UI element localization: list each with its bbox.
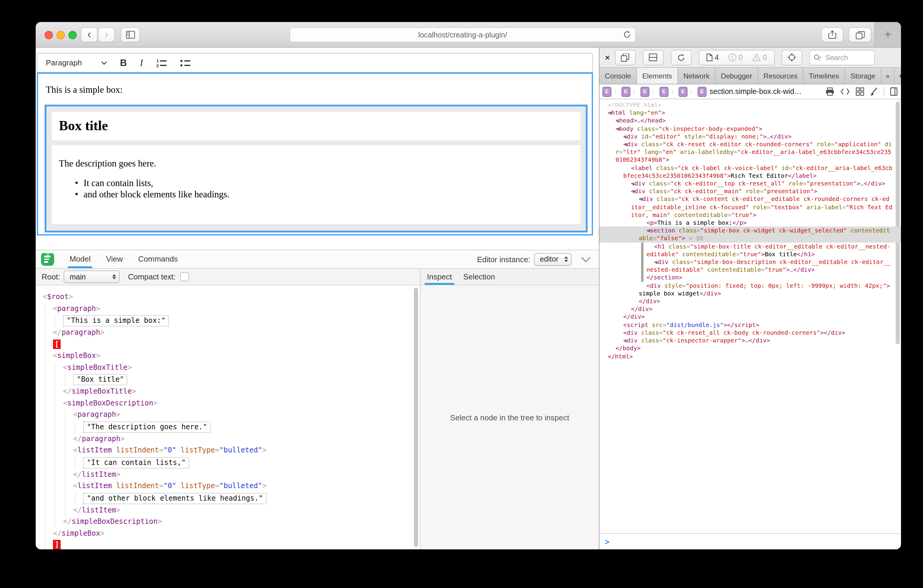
- disclosure-triangle-icon[interactable]: ▼: [609, 125, 620, 133]
- tab-view[interactable]: View: [106, 250, 123, 268]
- model-node-open[interactable]: <paragraph>: [73, 409, 420, 420]
- model-node-close[interactable]: </listItem>: [73, 504, 420, 516]
- printer-icon[interactable]: [826, 87, 834, 96]
- dom-tree-node[interactable]: </div>: [599, 313, 901, 321]
- italic-button[interactable]: I: [140, 57, 143, 68]
- breadcrumb-element-icon[interactable]: E: [621, 87, 631, 97]
- model-text-node[interactable]: "and other block elements like headings.…: [83, 492, 420, 504]
- search-input[interactable]: [824, 53, 863, 62]
- model-node-open[interactable]: <$root>: [43, 291, 420, 303]
- dom-tree-node[interactable]: ▼<section class="simple-box ck-widget ck…: [599, 227, 901, 243]
- model-tree-scrollbar[interactable]: [414, 288, 418, 547]
- back-button[interactable]: ‹: [81, 27, 97, 42]
- model-node-open[interactable]: <simpleBoxTitle>: [63, 362, 420, 373]
- breadcrumb-element-icon[interactable]: E: [660, 87, 668, 97]
- disclosure-triangle-icon[interactable]: ▼: [602, 109, 612, 117]
- model-node-close[interactable]: </listItem>: [73, 469, 420, 480]
- add-panel-button[interactable]: +: [895, 68, 901, 84]
- dom-tree-node[interactable]: <p>This is a simple box:</p>: [599, 219, 901, 227]
- dom-tree-node[interactable]: </div>: [599, 305, 901, 313]
- search-field[interactable]: [809, 50, 875, 65]
- split-console-button[interactable]: [643, 50, 664, 65]
- dom-tree-node[interactable]: <h1 class="simple-box-title ck-editor__e…: [599, 242, 901, 258]
- disclosure-triangle-icon[interactable]: ▼: [641, 227, 651, 235]
- dom-tree-node[interactable]: <div style="position: fixed; top: 0px; l…: [599, 281, 901, 297]
- tab-console[interactable]: Console: [599, 68, 637, 84]
- tab-selection[interactable]: Selection: [463, 269, 495, 285]
- box-title-area[interactable]: Box title: [52, 112, 580, 140]
- breadcrumb-element-icon[interactable]: E: [641, 87, 649, 97]
- close-icon[interactable]: ×: [605, 52, 610, 62]
- zoom-window-button[interactable]: [68, 31, 77, 39]
- model-text-node[interactable]: "This is a simple box:": [63, 315, 420, 327]
- sidebar-right-icon[interactable]: [890, 87, 897, 96]
- list-item[interactable]: and other block elements like headings.: [75, 189, 573, 200]
- dom-tree-node[interactable]: ▶<head>…</head>: [599, 117, 901, 125]
- disclosure-triangle-icon[interactable]: ▶: [648, 259, 659, 266]
- resource-status-group[interactable]: 4 0 0: [699, 50, 775, 65]
- tab-commands[interactable]: Commands: [138, 250, 178, 268]
- breadcrumb-element-icon[interactable]: E: [698, 87, 706, 97]
- dom-tree-node[interactable]: ▼<body class="ck-inspector-body-expanded…: [599, 125, 901, 132]
- model-text-node[interactable]: "It can contain lists,": [83, 456, 420, 469]
- disclosure-triangle-icon[interactable]: ▶: [625, 180, 636, 188]
- model-node-close[interactable]: </simpleBoxTitle>: [63, 386, 420, 397]
- breadcrumb-element-icon[interactable]: E: [678, 87, 688, 97]
- tab-timelines[interactable]: Timelines: [803, 68, 845, 84]
- breadcrumb-selected[interactable]: section.simple-box.ck-wid…: [709, 87, 801, 96]
- bold-button[interactable]: B: [120, 57, 126, 68]
- model-node-open[interactable]: <simpleBox>: [53, 350, 420, 362]
- forward-button[interactable]: ›: [98, 27, 115, 42]
- dom-tree-node[interactable]: <!DOCTYPE html>: [599, 101, 901, 109]
- reload-page-button[interactable]: [671, 50, 691, 65]
- grid-icon[interactable]: [856, 87, 864, 96]
- tab-elements[interactable]: Elements: [637, 68, 678, 84]
- compact-text-checkbox[interactable]: [181, 272, 189, 281]
- box-title[interactable]: Box title: [59, 118, 108, 134]
- heading-chevron-icon[interactable]: [101, 61, 107, 64]
- disclosure-triangle-icon[interactable]: ▶: [609, 117, 620, 125]
- intro-paragraph[interactable]: This is a simple box:: [46, 84, 585, 95]
- new-tab-button[interactable]: +: [874, 22, 901, 47]
- collapse-chevron-icon[interactable]: [581, 256, 591, 262]
- box-description-text[interactable]: The description goes here.: [59, 158, 573, 169]
- reload-icon[interactable]: [623, 30, 631, 39]
- dom-tree-node[interactable]: </html>: [599, 352, 901, 360]
- model-node-close[interactable]: </simpleBoxDescription>: [63, 516, 420, 528]
- model-node-open[interactable]: <listItem listIndent="0" listType="bulle…: [73, 480, 420, 492]
- tab-resources[interactable]: Resources: [758, 68, 804, 84]
- model-node-close[interactable]: </simpleBox>: [53, 528, 420, 539]
- box-description-area[interactable]: The description goes here. It can contai…: [52, 145, 580, 224]
- dom-tree-node[interactable]: ▶<div class="simple-box-description ck-e…: [599, 258, 901, 274]
- model-text-node[interactable]: "The description goes here.": [83, 420, 420, 433]
- copy-button[interactable]: [615, 50, 636, 65]
- tab-overview-button[interactable]: [849, 27, 871, 42]
- share-button[interactable]: [821, 27, 843, 42]
- disclosure-triangle-icon[interactable]: ▼: [618, 141, 628, 149]
- element-picker-button[interactable]: [781, 50, 802, 65]
- disclosure-triangle-icon[interactable]: ▼: [633, 196, 643, 204]
- model-node-open[interactable]: <simpleBoxDescription>: [63, 397, 420, 409]
- breadcrumb-element-icon[interactable]: E: [603, 87, 611, 97]
- dom-tree-node[interactable]: <div class="ck ck-reset_all ck-body ck-r…: [599, 329, 901, 337]
- tab-model[interactable]: Model: [70, 250, 91, 268]
- rich-text-editable[interactable]: This is a simple box: Box title The desc…: [37, 72, 593, 235]
- dom-tree-node[interactable]: ▼<html lang="en">: [599, 109, 901, 117]
- dom-tree-node[interactable]: ▶<div class="ck ck-editor__top ck-reset_…: [599, 179, 901, 187]
- disclosure-triangle-icon[interactable]: ▶: [618, 133, 628, 141]
- dom-tree-node[interactable]: <script src="dist/bundle.js"></script>: [599, 321, 901, 328]
- tab-network[interactable]: Network: [678, 68, 716, 84]
- paintbrush-icon[interactable]: [870, 87, 878, 96]
- dom-tree-node[interactable]: ▼<div class="ck ck-editor__main" role="p…: [599, 187, 901, 195]
- model-node-close[interactable]: </paragraph>: [73, 433, 420, 445]
- model-node-open[interactable]: <paragraph>: [53, 303, 420, 315]
- dom-tree-node[interactable]: ▶<div id="editor" style="display: none;"…: [599, 133, 901, 140]
- disclosure-triangle-icon[interactable]: ▶: [618, 337, 628, 345]
- code-brackets-icon[interactable]: [840, 88, 850, 95]
- simple-box-widget[interactable]: Box title The description goes here. It …: [44, 105, 588, 232]
- tab-inspect[interactable]: Inspect: [427, 269, 452, 285]
- dom-tree-node[interactable]: ▶<div class="ck-inspector-wrapper">…</di…: [599, 337, 901, 344]
- sidebar-toggle-button[interactable]: [121, 27, 140, 42]
- model-text-node[interactable]: "Box title": [73, 373, 420, 386]
- url-field[interactable]: localhost/creating-a-plugin/: [290, 27, 636, 42]
